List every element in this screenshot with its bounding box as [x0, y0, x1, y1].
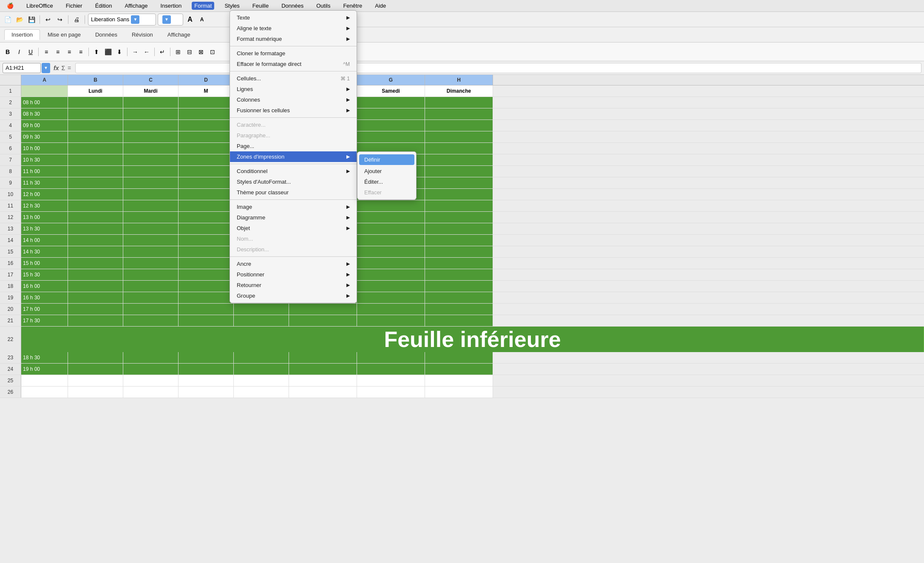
cell-c19[interactable]: [123, 292, 179, 303]
cell-a23[interactable]: 18 h 30: [21, 352, 68, 363]
cell-d10[interactable]: [179, 189, 234, 200]
print-icon[interactable]: 🖨: [71, 14, 82, 25]
cell-b7[interactable]: [68, 154, 123, 165]
menu-item-texte[interactable]: Texte ▶: [230, 12, 357, 23]
cell-a19[interactable]: 16 h 30: [21, 292, 68, 303]
cell-d5[interactable]: [179, 131, 234, 142]
cell-h25[interactable]: [425, 375, 493, 386]
cell-c18[interactable]: [123, 281, 179, 292]
cell-d14[interactable]: [179, 235, 234, 246]
font-increase-icon[interactable]: A: [185, 14, 195, 25]
cell-e20[interactable]: [234, 304, 289, 315]
cell-g17[interactable]: [357, 269, 425, 280]
cell-g11[interactable]: [357, 200, 425, 211]
cell-b24[interactable]: [68, 364, 123, 375]
app-name[interactable]: LibreOffice: [24, 2, 56, 10]
menu-item-autoformat[interactable]: Styles d'AutoFormat...: [230, 176, 357, 187]
menu-item-retourner[interactable]: Retourner ▶: [230, 280, 357, 290]
save-icon[interactable]: 💾: [26, 14, 37, 25]
menu-item-conditionnel[interactable]: Conditionnel ▶: [230, 166, 357, 176]
apple-menu[interactable]: 🍎: [4, 2, 16, 10]
font-name-box[interactable]: Liberation Sans ▼: [88, 14, 156, 26]
cell-b4[interactable]: [68, 120, 123, 131]
cell-g15[interactable]: [357, 246, 425, 257]
tab-insertion[interactable]: Insertion: [4, 29, 40, 40]
cell-c13[interactable]: [123, 223, 179, 234]
cell-a8[interactable]: 11 h 00: [21, 166, 68, 177]
cell-h11[interactable]: [425, 200, 493, 211]
cell-c2[interactable]: [123, 97, 179, 108]
cell-e24[interactable]: [234, 364, 289, 375]
menu-insertion[interactable]: Insertion: [158, 2, 184, 10]
cell-f25[interactable]: [289, 375, 357, 386]
cell-a17[interactable]: 15 h 30: [21, 269, 68, 280]
menu-item-diagramme[interactable]: Diagramme ▶: [230, 212, 357, 223]
cell-b14[interactable]: [68, 235, 123, 246]
cell-h20[interactable]: [425, 304, 493, 315]
col-header-a[interactable]: A: [21, 75, 68, 85]
tab-affichage[interactable]: Affichage: [161, 30, 197, 40]
cell-b15[interactable]: [68, 246, 123, 257]
cell-d23[interactable]: [179, 352, 234, 363]
sum-icon[interactable]: Σ: [61, 65, 65, 71]
tab-donnees[interactable]: Données: [88, 30, 124, 40]
menu-item-ancre[interactable]: Ancre ▶: [230, 259, 357, 269]
cell-h15[interactable]: [425, 246, 493, 257]
cell-f23[interactable]: [289, 352, 357, 363]
cell-a25[interactable]: [21, 375, 68, 386]
cell-h4[interactable]: [425, 120, 493, 131]
submenu-item-ajouter[interactable]: Ajouter: [357, 166, 416, 176]
menu-item-image[interactable]: Image ▶: [230, 202, 357, 212]
cell-a24[interactable]: 19 h 00: [21, 364, 68, 375]
cell-c5[interactable]: [123, 131, 179, 142]
cell-a5[interactable]: 09 h 30: [21, 131, 68, 142]
cell-d13[interactable]: [179, 223, 234, 234]
cell-c1[interactable]: Mardi: [123, 85, 179, 97]
cell-c26[interactable]: [123, 387, 179, 398]
equals-icon[interactable]: =: [68, 65, 71, 71]
cell-h9[interactable]: [425, 177, 493, 188]
col-header-g[interactable]: G: [357, 75, 425, 85]
cell-a26[interactable]: [21, 387, 68, 398]
cell-g24[interactable]: [357, 364, 425, 375]
table4-icon[interactable]: ⊡: [207, 47, 218, 57]
cell-d21[interactable]: [179, 315, 234, 326]
justify-icon[interactable]: ≡: [76, 47, 86, 57]
cell-b19[interactable]: [68, 292, 123, 303]
cell-d15[interactable]: [179, 246, 234, 257]
cell-a9[interactable]: 11 h 30: [21, 177, 68, 188]
cell-b8[interactable]: [68, 166, 123, 177]
menu-item-cellules[interactable]: Cellules... ⌘ 1: [230, 73, 357, 84]
wrap-icon[interactable]: ↵: [157, 47, 167, 57]
cell-a16[interactable]: 15 h 00: [21, 258, 68, 269]
cell-b5[interactable]: [68, 131, 123, 142]
cell-h3[interactable]: [425, 108, 493, 119]
cell-h23[interactable]: [425, 352, 493, 363]
cell-c8[interactable]: [123, 166, 179, 177]
menu-outils[interactable]: Outils: [314, 2, 333, 10]
cell-f24[interactable]: [289, 364, 357, 375]
menu-item-lignes[interactable]: Lignes ▶: [230, 84, 357, 94]
menu-fichier[interactable]: Fichier: [63, 2, 85, 10]
cell-c25[interactable]: [123, 375, 179, 386]
cell-d20[interactable]: [179, 304, 234, 315]
menu-item-positionner[interactable]: Positionner ▶: [230, 269, 357, 280]
cell-c10[interactable]: [123, 189, 179, 200]
cell-c20[interactable]: [123, 304, 179, 315]
cell-c16[interactable]: [123, 258, 179, 269]
tab-mise-en-page[interactable]: Mise en page: [41, 30, 88, 40]
cell-c11[interactable]: [123, 200, 179, 211]
cell-b1[interactable]: Lundi: [68, 85, 123, 97]
cell-c4[interactable]: [123, 120, 179, 131]
cell-g2[interactable]: [357, 97, 425, 108]
cell-c17[interactable]: [123, 269, 179, 280]
cell-b17[interactable]: [68, 269, 123, 280]
cell-e26[interactable]: [234, 387, 289, 398]
cell-b25[interactable]: [68, 375, 123, 386]
cell-a1[interactable]: [21, 85, 68, 97]
cell-a4[interactable]: 09 h 00: [21, 120, 68, 131]
col-header-c[interactable]: C: [123, 75, 179, 85]
font-decrease-icon[interactable]: A: [197, 14, 207, 25]
bold-icon[interactable]: B: [3, 47, 13, 57]
menu-edition[interactable]: Édition: [93, 2, 115, 10]
